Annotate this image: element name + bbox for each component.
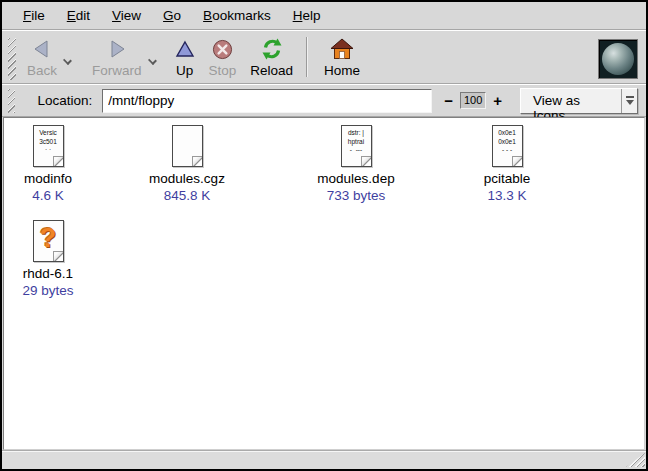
view-mode-label: View as Icons	[521, 89, 621, 113]
back-history-dropdown-icon[interactable]	[63, 56, 72, 65]
file-name: modules.cgz	[127, 171, 247, 186]
location-input[interactable]	[102, 89, 432, 113]
file-size: 845.8 K	[127, 188, 247, 203]
file-size: 13.3 K	[447, 188, 567, 203]
location-label: Location:	[37, 93, 92, 108]
menu-bookmarks[interactable]: Bookmarks	[192, 4, 282, 27]
menu-view[interactable]: View	[101, 4, 152, 27]
stop-button[interactable]: Stop	[202, 35, 244, 81]
page-fold	[53, 251, 64, 262]
location-bar-grip-handle[interactable]	[8, 89, 15, 113]
forward-arrow-icon	[107, 37, 127, 61]
up-button[interactable]: Up	[168, 35, 202, 81]
stop-icon	[212, 37, 233, 61]
reload-label: Reload	[250, 63, 293, 78]
zoom-level-indicator: 100	[460, 92, 486, 109]
home-label: Home	[324, 63, 360, 78]
file-item-rhdd-6-1[interactable]: ? rhdd-6.1 29 bytes	[6, 220, 90, 298]
file-name: rhdd-6.1	[6, 266, 90, 281]
icon-view[interactable]: Versic3c501· · modinfo 4.6 K modules.cgz…	[3, 117, 645, 450]
menu-bar: File Edit View Go Bookmarks Help	[2, 2, 646, 30]
file-item-modinfo[interactable]: Versic3c501· · modinfo 4.6 K	[6, 125, 90, 203]
page-fold	[53, 156, 64, 167]
view-mode-dropdown[interactable]: View as Icons	[520, 88, 638, 114]
file-item-modules-dep[interactable]: dstr: |hptrai- --- modules.dep 733 bytes	[296, 125, 416, 203]
menu-go[interactable]: Go	[152, 4, 192, 27]
reload-button[interactable]: Reload	[243, 35, 300, 81]
file-name: pcitable	[447, 171, 567, 186]
file-name: modules.dep	[296, 171, 416, 186]
forward-label: Forward	[92, 63, 142, 78]
page-fold	[361, 156, 372, 167]
gnome-throbber-icon	[598, 39, 638, 79]
page-fold	[192, 156, 203, 167]
file-size: 4.6 K	[6, 188, 90, 203]
zoom-out-button[interactable]: −	[440, 91, 457, 111]
location-bar: Location: − 100 + View as Icons	[2, 84, 646, 117]
blank-document-icon	[172, 125, 203, 167]
text-document-icon: 0x0e10x0e1- - -	[492, 125, 523, 167]
throbber-sphere	[602, 43, 634, 75]
up-arrow-icon	[175, 37, 195, 61]
file-size: 733 bytes	[296, 188, 416, 203]
page-fold	[512, 156, 523, 167]
forward-history-dropdown-icon[interactable]	[148, 56, 157, 65]
unknown-document-icon: ?	[33, 220, 64, 262]
file-name: modinfo	[6, 171, 90, 186]
text-document-icon: Versic3c501· ·	[33, 125, 64, 167]
back-label: Back	[27, 63, 57, 78]
status-bar	[2, 450, 646, 469]
back-arrow-icon	[32, 37, 52, 61]
file-item-modules-cgz[interactable]: modules.cgz 845.8 K	[127, 125, 247, 203]
zoom-in-button[interactable]: +	[489, 91, 506, 111]
window-resize-grip[interactable]	[626, 453, 645, 467]
menu-edit[interactable]: Edit	[56, 4, 101, 27]
text-document-icon: dstr: |hptrai- ---	[341, 125, 372, 167]
toolbar: Back Forward Up Stop	[2, 30, 646, 84]
file-manager-window: File Edit View Go Bookmarks Help Back Fo…	[0, 0, 648, 471]
file-item-pcitable[interactable]: 0x0e10x0e1- - - pcitable 13.3 K	[447, 125, 567, 203]
menu-help[interactable]: Help	[282, 4, 332, 27]
up-label: Up	[176, 63, 193, 78]
toolbar-grip-handle[interactable]	[8, 38, 16, 80]
question-mark-glyph: ?	[34, 223, 63, 254]
home-icon	[330, 37, 354, 61]
file-size: 29 bytes	[6, 283, 90, 298]
toolbar-separator	[306, 37, 307, 77]
stop-label: Stop	[209, 63, 237, 78]
menu-file[interactable]: File	[12, 4, 56, 27]
back-button[interactable]: Back	[20, 35, 64, 81]
home-button[interactable]: Home	[317, 35, 367, 81]
reload-icon	[261, 37, 283, 61]
forward-button[interactable]: Forward	[85, 35, 149, 81]
dropdown-arrow-icon	[621, 89, 637, 113]
